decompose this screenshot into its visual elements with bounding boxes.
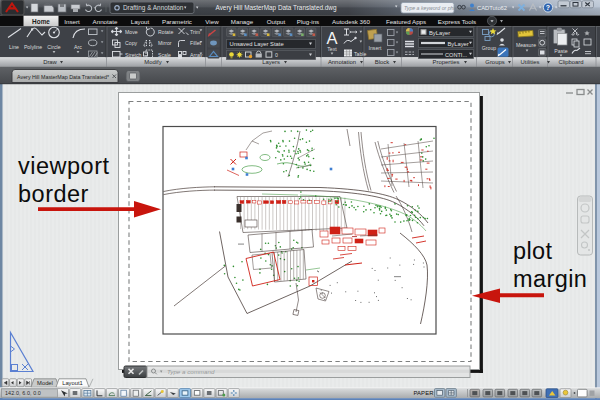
svg-text:Avery Hill MasterMap Data Tran: Avery Hill MasterMap Data Translated* — [17, 73, 110, 80]
svg-text:Annotate: Annotate — [93, 18, 118, 25]
svg-text:Rotate: Rotate — [158, 29, 173, 35]
svg-text:Block: Block — [375, 59, 389, 65]
svg-text:0: 0 — [275, 52, 278, 58]
svg-text:Stretch: Stretch — [125, 52, 142, 58]
svg-text:viewport: viewport — [18, 153, 110, 179]
svg-text:Line: Line — [9, 44, 19, 50]
svg-text:plot: plot — [513, 238, 553, 264]
svg-text:Plug-ins: Plug-ins — [297, 18, 319, 25]
svg-text:Layers: Layers — [262, 59, 280, 65]
svg-text:Home: Home — [32, 18, 50, 25]
svg-text:Autodesk 360: Autodesk 360 — [332, 18, 370, 25]
svg-text:Scale: Scale — [158, 52, 171, 58]
svg-text:Properties: Properties — [433, 59, 460, 65]
svg-text:Insert: Insert — [369, 45, 383, 51]
svg-text:Paste: Paste — [554, 48, 567, 54]
svg-text:Measure: Measure — [516, 42, 536, 48]
svg-text:Express Tools: Express Tools — [438, 18, 476, 25]
svg-text:Arc: Arc — [74, 44, 82, 50]
svg-text:142.0, 6.0, 0.0: 142.0, 6.0, 0.0 — [5, 390, 41, 396]
svg-text:View: View — [205, 18, 219, 25]
svg-text:Copy: Copy — [125, 40, 138, 46]
svg-text:PAPER: PAPER — [414, 390, 434, 396]
svg-text:Unsaved Layer State: Unsaved Layer State — [230, 41, 284, 47]
svg-text:Move: Move — [125, 29, 138, 35]
svg-text:A: A — [326, 29, 337, 47]
svg-text:Groups: Groups — [485, 59, 504, 65]
svg-text:CONTI...: CONTI... — [445, 52, 468, 58]
svg-text:Avery Hill MasterMap Data Tran: Avery Hill MasterMap Data Translated.dwg — [216, 4, 337, 12]
svg-text:Mirror: Mirror — [158, 40, 172, 46]
svg-text:Table: Table — [354, 51, 367, 57]
svg-text:Circle: Circle — [47, 44, 60, 50]
svg-text:Trim: Trim — [190, 29, 200, 35]
svg-text:Output: Output — [267, 18, 286, 25]
svg-text:Utilities: Utilities — [521, 59, 540, 65]
svg-text:Featured Apps: Featured Apps — [386, 18, 426, 25]
svg-text:Layout: Layout — [131, 18, 150, 25]
svg-text:ByLayer: ByLayer — [448, 41, 469, 47]
svg-text:Model: Model — [37, 380, 53, 386]
svg-text:Insert: Insert — [64, 18, 80, 25]
svg-text:Drafting & Annotation: Drafting & Annotation — [123, 4, 184, 12]
svg-text:CADTuto62: CADTuto62 — [477, 5, 507, 11]
svg-text:Text: Text — [327, 46, 337, 52]
svg-text:Type a command: Type a command — [167, 368, 215, 375]
svg-text:ByLayer: ByLayer — [429, 30, 450, 36]
svg-text:Manage: Manage — [231, 18, 254, 25]
svg-text:Layout1: Layout1 — [62, 380, 83, 386]
svg-text:border: border — [18, 181, 89, 207]
svg-text:margin: margin — [513, 266, 587, 292]
svg-text:Parametric: Parametric — [162, 18, 192, 25]
svg-text:Polyline: Polyline — [24, 44, 42, 50]
svg-text:Clipboard: Clipboard — [558, 59, 583, 65]
svg-text:?: ? — [546, 4, 550, 11]
svg-text:Modify: Modify — [144, 59, 161, 65]
svg-text:Annotation: Annotation — [328, 59, 356, 65]
svg-text:Group: Group — [482, 45, 497, 51]
svg-text:Type a keyword or phrase: Type a keyword or phrase — [404, 5, 464, 11]
svg-text:Draw: Draw — [43, 59, 57, 65]
